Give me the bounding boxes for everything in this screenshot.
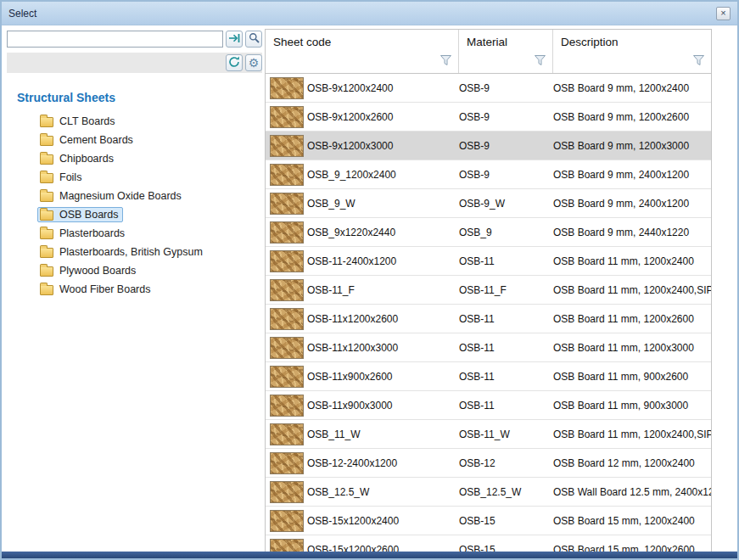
table-row[interactable]: OSB-11x1200x3000 OSB-11 OSB Board 11 mm,… <box>266 333 711 362</box>
material-cell: OSB-11 <box>459 255 553 267</box>
sheet-code-cell: OSB_9_W <box>307 198 459 210</box>
description-cell: OSB Board 9 mm, 2400x1200 <box>553 169 711 181</box>
material-cell: OSB-11 <box>459 313 553 325</box>
go-button[interactable] <box>226 31 243 48</box>
filter-icon-material[interactable] <box>535 55 546 68</box>
material-cell: OSB-11_F <box>459 284 553 296</box>
table-row[interactable]: OSB-9x1200x3000 OSB-9 OSB Board 9 mm, 12… <box>266 132 711 160</box>
tree-item[interactable]: Foils <box>7 168 262 187</box>
filter-icon-sheet-code[interactable] <box>440 55 451 68</box>
table-row[interactable]: OSB-9x1200x2600 OSB-9 OSB Board 9 mm, 12… <box>266 103 711 132</box>
tree-item[interactable]: Plasterboards <box>7 224 262 243</box>
tree-items: CLT Boards Cement Boards Chipboards Foil… <box>7 112 262 299</box>
tree-item[interactable]: Plywood Boards <box>7 261 262 280</box>
left-panel: ⚙ Structural Sheets CLT Boards Cement Bo… <box>7 31 262 299</box>
sheet-code-cell: OSB-11x900x2600 <box>307 371 459 383</box>
refresh-button[interactable] <box>226 54 243 71</box>
gear-icon: ⚙ <box>249 57 260 69</box>
material-cell: OSB-9 <box>459 140 553 152</box>
select-dialog: Select × ⚙ <box>0 0 739 560</box>
folder-icon <box>40 210 53 221</box>
table-row[interactable]: OSB-11-2400x1200 OSB-11 OSB Board 11 mm,… <box>266 247 711 276</box>
filter-icon-description[interactable] <box>693 55 704 68</box>
table-row[interactable]: OSB-11x1200x2600 OSB-11 OSB Board 11 mm,… <box>266 305 711 333</box>
sheet-code-cell: OSB_12.5_W <box>307 486 459 498</box>
material-cell: OSB-11 <box>459 371 553 383</box>
sheet-code-cell: OSB-9x1200x2600 <box>307 111 459 123</box>
material-cell: OSB-9 <box>459 169 553 181</box>
tree-item[interactable]: Plasterboards, British Gypsum <box>7 243 262 261</box>
magnifier-icon <box>249 32 260 46</box>
sheet-thumbnail <box>270 106 304 128</box>
tree-item[interactable]: Chipboards <box>7 149 262 168</box>
folder-icon <box>40 117 53 127</box>
window-bottom-border <box>2 552 737 558</box>
folder-icon <box>40 266 53 277</box>
sheet-thumbnail <box>270 481 304 503</box>
table-row[interactable]: OSB_9_W OSB-9_W OSB Board 9 mm, 2400x120… <box>266 189 711 218</box>
sheet-thumbnail <box>270 193 304 215</box>
material-cell: OSB-11 <box>459 400 553 412</box>
tree-item-label: Wood Fiber Boards <box>59 283 150 295</box>
column-header-description[interactable]: Description <box>553 30 711 73</box>
sheet-thumbnail <box>270 221 304 244</box>
table-row[interactable]: OSB-12-2400x1200 OSB-12 OSB Board 12 mm,… <box>266 449 711 478</box>
description-cell: OSB Wall Board 12.5 mm, 2400x1200 <box>553 486 711 498</box>
sheet-code-cell: OSB-11-2400x1200 <box>307 255 459 267</box>
folder-icon <box>40 285 53 295</box>
sheet-thumbnail <box>270 164 304 186</box>
tree-root-label[interactable]: Structural Sheets <box>7 88 262 107</box>
search-button[interactable] <box>245 31 262 48</box>
sheet-code-cell: OSB-11x900x3000 <box>307 400 459 412</box>
tree-item[interactable]: CLT Boards <box>7 112 262 131</box>
material-cell: OSB-15 <box>459 544 553 552</box>
description-cell: OSB Board 9 mm, 2440x1220 <box>553 227 711 238</box>
sheet-thumbnail <box>270 452 304 474</box>
search-input[interactable] <box>7 31 223 48</box>
sheet-thumbnail <box>270 135 304 157</box>
description-cell: OSB Board 12 mm, 1200x2400 <box>553 457 711 469</box>
column-header-material[interactable]: Material <box>459 30 553 73</box>
close-icon: × <box>720 8 725 19</box>
refresh-icon <box>228 56 240 70</box>
table-row[interactable]: OSB-9x1200x2400 OSB-9 OSB Board 9 mm, 12… <box>266 74 711 103</box>
sheet-thumbnail <box>270 337 304 359</box>
tree-item[interactable]: Magnesium Oxide Boards <box>7 187 262 205</box>
toolbar: ⚙ <box>7 53 262 73</box>
sheet-thumbnail <box>270 423 304 445</box>
titlebar[interactable]: Select × <box>2 2 737 25</box>
sheet-thumbnail <box>270 366 304 388</box>
tree-item-label: OSB Boards <box>59 209 118 221</box>
sheet-code-cell: OSB-15x1200x2600 <box>307 544 459 552</box>
table-row[interactable]: OSB_11_W OSB-11_W OSB Board 11 mm, 1200x… <box>266 420 711 449</box>
search-row <box>7 31 262 48</box>
close-button[interactable]: × <box>716 7 731 20</box>
table-row[interactable]: OSB-11x900x2600 OSB-11 OSB Board 11 mm, … <box>266 362 711 391</box>
column-header-sheet-code[interactable]: Sheet code <box>266 30 459 73</box>
sheet-thumbnail <box>270 250 304 272</box>
tree-item[interactable]: Cement Boards <box>7 131 262 149</box>
table-row[interactable]: OSB-11_F OSB-11_F OSB Board 11 mm, 1200x… <box>266 276 711 305</box>
table-body: OSB-9x1200x2400 OSB-9 OSB Board 9 mm, 12… <box>266 74 711 552</box>
material-cell: OSB-11_W <box>459 428 553 440</box>
material-cell: OSB-15 <box>459 515 553 527</box>
sheet-code-cell: OSB_9x1220x2440 <box>307 227 459 238</box>
table-row[interactable]: OSB-15x1200x2400 OSB-15 OSB Board 15 mm,… <box>266 507 711 535</box>
tree-item-label: Plasterboards <box>59 227 125 239</box>
table-row[interactable]: OSB_9x1220x2440 OSB_9 OSB Board 9 mm, 24… <box>266 218 711 247</box>
table-header: Sheet code Material Description <box>266 30 711 74</box>
description-cell: OSB Board 9 mm, 1200x2400 <box>553 82 711 94</box>
table-row[interactable]: OSB-15x1200x2600 OSB-15 OSB Board 15 mm,… <box>266 535 711 552</box>
material-cell: OSB-11 <box>459 342 553 354</box>
tree-item[interactable]: Wood Fiber Boards <box>7 280 262 299</box>
material-cell: OSB_9 <box>459 227 553 238</box>
tree-item[interactable]: OSB Boards <box>7 205 262 224</box>
sheet-thumbnail <box>270 510 304 532</box>
description-cell: OSB Board 11 mm, 1200x2400,SIP <box>553 428 711 440</box>
table-row[interactable]: OSB_12.5_W OSB_12.5_W OSB Wall Board 12.… <box>266 478 711 507</box>
folder-icon <box>40 173 53 183</box>
material-cell: OSB_12.5_W <box>459 486 553 498</box>
table-row[interactable]: OSB_9_1200x2400 OSB-9 OSB Board 9 mm, 24… <box>266 160 711 189</box>
settings-button[interactable]: ⚙ <box>245 54 262 71</box>
table-row[interactable]: OSB-11x900x3000 OSB-11 OSB Board 11 mm, … <box>266 391 711 420</box>
